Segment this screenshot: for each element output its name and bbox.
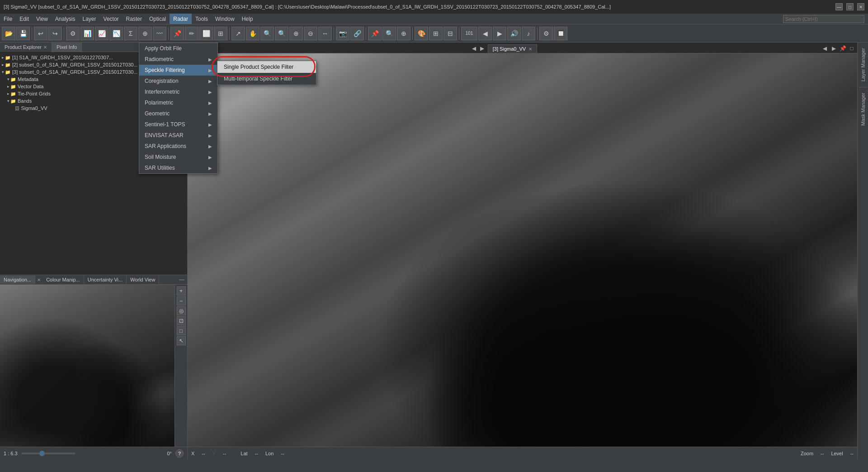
toolbar-zoom-arrow[interactable]: ↗ bbox=[231, 27, 245, 40]
toolbar-gcp2[interactable]: 📌 bbox=[368, 27, 382, 40]
nav-zoom-in[interactable]: + bbox=[177, 286, 186, 296]
nav-zoom-actual[interactable]: ⊡ bbox=[177, 316, 186, 325]
toolbar-pin[interactable]: ✏ bbox=[185, 27, 198, 40]
nav-tab-navigation-close[interactable]: ✕ bbox=[35, 276, 42, 284]
maximize-button[interactable]: □ bbox=[846, 3, 854, 10]
menu-sentinel1tops[interactable]: Sentinel-1 TOPS ▶ bbox=[139, 119, 217, 130]
toolbar-spectrum[interactable]: 📈 bbox=[95, 27, 108, 40]
toolbar-open[interactable]: 📂 bbox=[2, 27, 15, 40]
toolbar-color[interactable]: 🎨 bbox=[415, 27, 428, 40]
menu-layer[interactable]: Layer bbox=[79, 14, 100, 24]
toolbar-sound[interactable]: 🔊 bbox=[507, 27, 521, 40]
toolbar-settings[interactable]: ⚙ bbox=[66, 27, 80, 40]
menu-help[interactable]: Help bbox=[238, 14, 257, 24]
doc-tab-close[interactable]: ✕ bbox=[528, 47, 532, 52]
doc-pin[interactable]: 📌 bbox=[839, 45, 846, 52]
menu-envisat-asar[interactable]: ENVISAT ASAR ▶ bbox=[139, 130, 217, 141]
toolbar-play-fwd[interactable]: ▶ bbox=[493, 27, 506, 40]
toolbar-statistics[interactable]: Σ bbox=[124, 27, 137, 40]
menu-sar-utilities[interactable]: SAR Utilities ▶ bbox=[139, 162, 217, 173]
menu-geometric[interactable]: Geometric ▶ bbox=[139, 108, 217, 119]
search-input[interactable] bbox=[783, 15, 864, 23]
nav-tab-worldview[interactable]: World View bbox=[127, 276, 159, 284]
nav-zoom-fit[interactable]: ◎ bbox=[177, 306, 186, 315]
doc-tab-sigma0[interactable]: [3] Sigma0_VV ✕ bbox=[488, 44, 537, 53]
menu-coregistration[interactable]: Coregistration ▶ bbox=[139, 76, 217, 86]
nav-tab-uncertainty[interactable]: Uncertainty Vi... bbox=[84, 276, 127, 284]
menu-radiometric[interactable]: Radiometric ▶ bbox=[139, 54, 217, 65]
toolbar-save[interactable]: 💾 bbox=[16, 27, 30, 40]
toolbar-play-back[interactable]: ◀ bbox=[478, 27, 492, 40]
toolbar-pan[interactable]: ✋ bbox=[246, 27, 259, 40]
layer-manager-label[interactable]: Layer Manager bbox=[859, 44, 867, 85]
toolbar-poly[interactable]: ⬜ bbox=[199, 27, 213, 40]
mask-manager-label[interactable]: Mask Manager bbox=[859, 89, 867, 129]
toolbar-grid[interactable]: ⊞ bbox=[214, 27, 227, 40]
zoom-slider[interactable] bbox=[21, 453, 75, 454]
toolbar-snapshot[interactable]: 📷 bbox=[336, 27, 349, 40]
menu-vector[interactable]: Vector bbox=[100, 14, 123, 24]
menu-window[interactable]: Window bbox=[212, 14, 238, 24]
sar-utilities-label: SAR Utilities bbox=[145, 165, 175, 171]
help-button[interactable]: ? bbox=[175, 449, 184, 458]
menu-polarimetric[interactable]: Polarimetric ▶ bbox=[139, 97, 217, 108]
menu-analysis[interactable]: Analysis bbox=[52, 14, 79, 24]
menu-apply-orbit[interactable]: Apply Orbit File bbox=[139, 43, 217, 54]
toolbar-zoom2[interactable]: 🔍 bbox=[382, 27, 396, 40]
toolbar-rect[interactable]: 🔲 bbox=[554, 27, 567, 40]
toolbar-overlay2[interactable]: ⊟ bbox=[443, 27, 457, 40]
menu-interferometric[interactable]: Interferometric ▶ bbox=[139, 86, 217, 97]
doc-tab-nav-right[interactable]: ▶ bbox=[479, 45, 486, 52]
menu-sar-applications[interactable]: SAR Applications ▶ bbox=[139, 141, 217, 152]
minimize-button[interactable]: — bbox=[835, 3, 843, 10]
toolbar-sep4 bbox=[229, 27, 230, 40]
menu-optical[interactable]: Optical bbox=[146, 14, 170, 24]
toolbar-undo[interactable]: ↩ bbox=[34, 27, 47, 40]
tab-product-explorer[interactable]: Product Explorer ✕ bbox=[0, 43, 52, 52]
nav-tab-navigation[interactable]: Navigation... bbox=[0, 276, 35, 284]
toolbar-profile[interactable]: 〰 bbox=[153, 27, 166, 40]
multi-temporal-speckle-filter[interactable]: Multi-temporal Speckle Filter bbox=[217, 73, 316, 85]
toolbar-redo[interactable]: ↪ bbox=[48, 27, 62, 40]
nav-scroll[interactable]: □ bbox=[177, 326, 186, 335]
toolbar-zoom-plus2[interactable]: ⊕ bbox=[397, 27, 410, 40]
menu-raster[interactable]: Raster bbox=[123, 14, 146, 24]
toolbar-scatter[interactable]: ⊕ bbox=[138, 27, 152, 40]
single-product-speckle-filter[interactable]: Single Product Speckle Filter bbox=[217, 61, 316, 73]
doc-scroll-right[interactable]: ▶ bbox=[830, 45, 837, 52]
toolbar-config[interactable]: ⚙ bbox=[539, 27, 553, 40]
menu-soil-moisture[interactable]: Soil Moisture ▶ bbox=[139, 152, 217, 162]
menu-edit[interactable]: Edit bbox=[16, 14, 33, 24]
tab-product-explorer-close[interactable]: ✕ bbox=[43, 45, 47, 50]
toolbar-zoom-fit[interactable]: ↔ bbox=[318, 27, 332, 40]
close-button[interactable]: ✕ bbox=[857, 3, 864, 10]
menu-speckle-filtering[interactable]: Speckle Filtering ▶ bbox=[139, 65, 217, 76]
toolbar-zoom-plus[interactable]: ⊕ bbox=[289, 27, 303, 40]
toolbar-graph[interactable]: 📊 bbox=[80, 27, 94, 40]
nav-zoom-out[interactable]: − bbox=[177, 296, 186, 305]
tab-pixel-info[interactable]: Pixel Info bbox=[52, 43, 82, 52]
menu-tools[interactable]: Tools bbox=[192, 14, 212, 24]
status-lon-label: Lon bbox=[265, 451, 274, 456]
toolbar-histogram[interactable]: 📉 bbox=[109, 27, 123, 40]
toolbar-link[interactable]: 🔗 bbox=[350, 27, 364, 40]
toolbar-overlay[interactable]: ⊞ bbox=[429, 27, 443, 40]
doc-scroll-left[interactable]: ◀ bbox=[821, 45, 828, 52]
toolbar-gcp[interactable]: 📌 bbox=[170, 27, 184, 40]
doc-tab-nav-left[interactable]: ◀ bbox=[471, 45, 478, 52]
nav-tab-colour[interactable]: Colour Manip... bbox=[42, 276, 84, 284]
menu-file[interactable]: File bbox=[0, 14, 16, 24]
image-area[interactable] bbox=[188, 53, 857, 447]
nav-pointer[interactable]: ↖ bbox=[177, 336, 186, 345]
doc-maximize[interactable]: □ bbox=[848, 45, 855, 52]
nav-image[interactable] bbox=[0, 285, 175, 447]
toolbar-101[interactable]: 101 bbox=[461, 27, 477, 40]
menu-radar[interactable]: Radar bbox=[170, 14, 192, 24]
menu-view[interactable]: View bbox=[33, 14, 52, 24]
nav-minimize-btn[interactable]: — bbox=[176, 275, 187, 284]
toolbar-zoom-out[interactable]: 🔍 bbox=[275, 27, 288, 40]
search-bar bbox=[783, 15, 868, 23]
toolbar-zoom-in[interactable]: 🔍 bbox=[260, 27, 274, 40]
toolbar-zoom-minus[interactable]: ⊖ bbox=[304, 27, 317, 40]
toolbar-music[interactable]: ♪ bbox=[522, 27, 535, 40]
